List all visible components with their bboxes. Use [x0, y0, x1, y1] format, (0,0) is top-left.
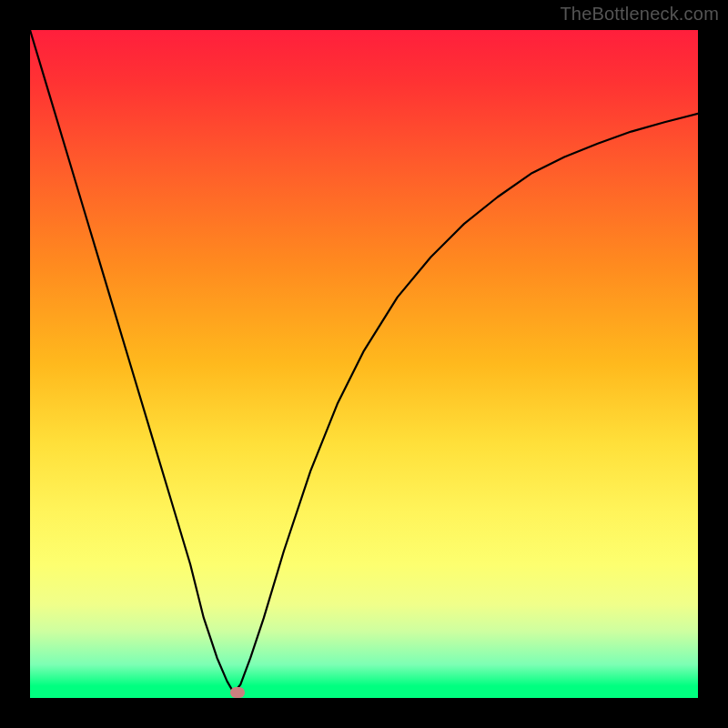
bottleneck-curve	[30, 30, 698, 698]
optimum-marker	[230, 687, 245, 698]
watermark-text: TheBottleneck.com	[560, 4, 719, 25]
plot-area	[30, 30, 698, 698]
chart-frame: TheBottleneck.com	[0, 0, 728, 728]
